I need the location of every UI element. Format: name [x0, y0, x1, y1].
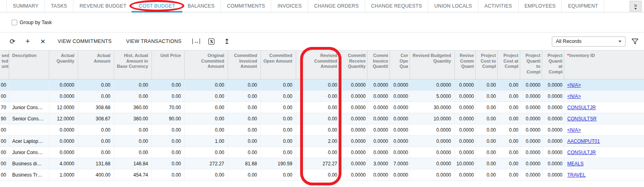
inventory-link[interactable]: <N/A>: [567, 94, 581, 99]
cell-project-cost-to-complete[interactable]: 0.00: [475, 79, 497, 91]
tab-change-orders[interactable]: CHANGE ORDERS: [308, 0, 365, 12]
inventory-link[interactable]: AACOMPUT01: [567, 138, 600, 144]
cell-truncated-amount[interactable]: 00: [0, 158, 9, 169]
cell-project-quantity-to-complete[interactable]: 0.0000: [520, 169, 542, 181]
cell-inventory-id[interactable]: CONSULTSR: [564, 113, 644, 124]
table-row[interactable]: 00Business Tr…1.0000400.00454.740.000.00…: [0, 169, 644, 181]
group-by-task-checkbox[interactable]: [12, 20, 17, 25]
cell-actual-amount[interactable]: 0.00: [78, 79, 114, 91]
upload-button[interactable]: ↥: [219, 35, 234, 47]
cell-committed-open-quantity[interactable]: 0.0000: [390, 91, 410, 102]
cell-project-cost-to-complete[interactable]: 0.00: [475, 158, 497, 169]
column-header-committed-invoiced-quantity[interactable]: Commi Invoice Quantit: [367, 51, 390, 79]
view-transactions-button[interactable]: VIEW TRANSACTIONS: [119, 35, 189, 47]
tab-tasks[interactable]: TASKS: [45, 0, 73, 12]
column-header-truncated-amount[interactable]: sed ted unt: [0, 51, 9, 79]
table-row[interactable]: 90Senior Cons…12.0000308.67360.0090.000.…: [0, 113, 644, 124]
column-header-committed-received-quantity[interactable]: Committ Receive Quantity: [341, 51, 367, 79]
cell-truncated-amount[interactable]: 00: [0, 136, 9, 147]
cell-committed-invoiced-quantity[interactable]: 0.0000: [367, 136, 390, 147]
cell-revised-committed-amount[interactable]: 0.00: [296, 79, 341, 91]
cell-revised-committed-quantity[interactable]: 10.0000: [454, 158, 475, 169]
cell-project-cost-at-completion[interactable]: 0.00: [497, 147, 520, 158]
cell-project-quantity-at-completion[interactable]: 0.0000: [542, 102, 564, 113]
cell-project-cost-at-completion[interactable]: 0.00: [497, 158, 520, 169]
cell-description[interactable]: Junior Cons…: [9, 102, 49, 113]
cell-description[interactable]: [9, 91, 49, 102]
cell-hist-actual-amount-base-currency[interactable]: 454.74: [114, 169, 151, 181]
column-header-hist-actual-amount-base-currency[interactable]: Hist. Actual Amount in Base Currency: [114, 51, 151, 79]
cell-committed-open-quantity[interactable]: 0.0000: [390, 113, 410, 124]
tab-balances[interactable]: BALANCES: [182, 0, 221, 12]
cell-inventory-id[interactable]: <N/A>: [564, 91, 644, 102]
column-header-project-cost-to-complete[interactable]: Project Cost to Compl: [475, 51, 497, 79]
cell-actual-quantity[interactable]: 12.0000: [49, 113, 78, 124]
delete-row-button[interactable]: ×: [35, 35, 50, 47]
cell-committed-invoiced-quantity[interactable]: 0.0000: [367, 169, 390, 181]
cell-committed-invoiced-quantity[interactable]: 0.0000: [367, 147, 390, 158]
cell-description[interactable]: Business di…: [9, 158, 49, 169]
cell-revised-committed-amount[interactable]: 0.00: [296, 124, 341, 136]
inventory-link[interactable]: CONSULTSR: [567, 116, 597, 122]
cell-project-cost-to-complete[interactable]: 0.00: [475, 102, 497, 113]
cell-actual-quantity[interactable]: 0.0000: [49, 124, 78, 136]
column-header-project-quantity-at-completion[interactable]: Project Quanti at Compl: [542, 51, 564, 79]
cell-revised-committed-amount[interactable]: 272.27: [296, 158, 341, 169]
cell-actual-amount[interactable]: 131.68: [78, 158, 114, 169]
refresh-button[interactable]: ⟳: [5, 35, 20, 47]
cell-actual-quantity[interactable]: 12.0000: [49, 102, 78, 113]
cell-actual-quantity[interactable]: 0.0000: [49, 79, 78, 91]
cell-revised-committed-quantity[interactable]: 0.0000: [454, 136, 475, 147]
table-row[interactable]: 000.00000.000.000.000.000.000.000.000.00…: [0, 124, 644, 136]
cell-unit-price[interactable]: 0.00: [151, 169, 184, 181]
cell-project-quantity-to-complete[interactable]: 0.0000: [520, 124, 542, 136]
cell-project-quantity-to-complete[interactable]: 0.0000: [520, 79, 542, 91]
cell-committed-invoiced-quantity[interactable]: 3.0000: [367, 158, 390, 169]
cell-original-committed-amount[interactable]: 0.00: [184, 169, 228, 181]
cell-actual-amount[interactable]: 400.00: [78, 169, 114, 181]
cell-hist-actual-amount-base-currency[interactable]: 360.00: [114, 113, 151, 124]
tab-summary[interactable]: SUMMARY: [6, 0, 45, 12]
cell-committed-open-amount[interactable]: 0.00: [260, 147, 296, 158]
cell-committed-open-quantity[interactable]: 0.0000: [390, 136, 410, 147]
cell-committed-invoiced-amount[interactable]: 0.00: [228, 136, 260, 147]
cell-committed-invoiced-amount[interactable]: 0.00: [228, 169, 260, 181]
fit-width-button[interactable]: ↔: [189, 35, 204, 47]
cell-project-cost-at-completion[interactable]: 0.00: [497, 169, 520, 181]
cell-project-cost-to-complete[interactable]: 0.00: [475, 124, 497, 136]
cell-revised-committed-quantity[interactable]: 0.0000: [454, 91, 475, 102]
cell-hist-actual-amount-base-currency[interactable]: 0.00: [114, 136, 151, 147]
cell-truncated-amount[interactable]: 00: [0, 169, 9, 181]
column-header-committed-open-quantity[interactable]: Cor Ope Qua: [390, 51, 410, 79]
cell-project-cost-at-completion[interactable]: 0.00: [497, 124, 520, 136]
cell-truncated-amount[interactable]: 70: [0, 102, 9, 113]
cell-unit-price[interactable]: 0.00: [151, 136, 184, 147]
cell-revised-committed-quantity[interactable]: 0.0000: [454, 124, 475, 136]
inventory-link[interactable]: <N/A>: [567, 127, 581, 133]
cell-committed-open-amount[interactable]: 0.00: [260, 102, 296, 113]
cell-actual-quantity[interactable]: 0.0000: [49, 91, 78, 102]
table-row[interactable]: 000.00000.000.000.000.000.000.000.000.00…: [0, 91, 644, 102]
cell-actual-amount[interactable]: 0.00: [78, 91, 114, 102]
column-header-description[interactable]: Description: [9, 51, 49, 79]
cell-project-quantity-to-complete[interactable]: 0.0000: [520, 113, 542, 124]
cell-project-quantity-at-completion[interactable]: 0.0000: [542, 136, 564, 147]
cell-committed-received-quantity[interactable]: 0.0000: [341, 91, 367, 102]
cell-actual-quantity[interactable]: 0.0000: [49, 147, 78, 158]
cell-project-quantity-at-completion[interactable]: 0.0000: [542, 79, 564, 91]
cell-project-cost-to-complete[interactable]: 0.00: [475, 113, 497, 124]
cell-committed-received-quantity[interactable]: 0.0000: [341, 79, 367, 91]
cell-revised-committed-amount[interactable]: 0.00: [296, 147, 341, 158]
cell-original-committed-amount[interactable]: 0.00: [184, 91, 228, 102]
cell-truncated-amount[interactable]: 90: [0, 113, 9, 124]
cell-revised-committed-amount[interactable]: 0.00: [296, 113, 341, 124]
tab-union-locals[interactable]: UNION LOCALS: [428, 0, 478, 12]
add-row-button[interactable]: +: [20, 35, 35, 47]
cell-hist-actual-amount-base-currency[interactable]: 146.84: [114, 158, 151, 169]
cell-description[interactable]: [9, 124, 49, 136]
cell-truncated-amount[interactable]: 00: [0, 124, 9, 136]
cell-committed-open-amount[interactable]: 0.00: [260, 124, 296, 136]
cell-revised-committed-quantity[interactable]: 0.0000: [454, 79, 475, 91]
view-commitments-button[interactable]: VIEW COMMITMENTS: [50, 35, 119, 47]
cell-description[interactable]: Business Tr…: [9, 169, 49, 181]
